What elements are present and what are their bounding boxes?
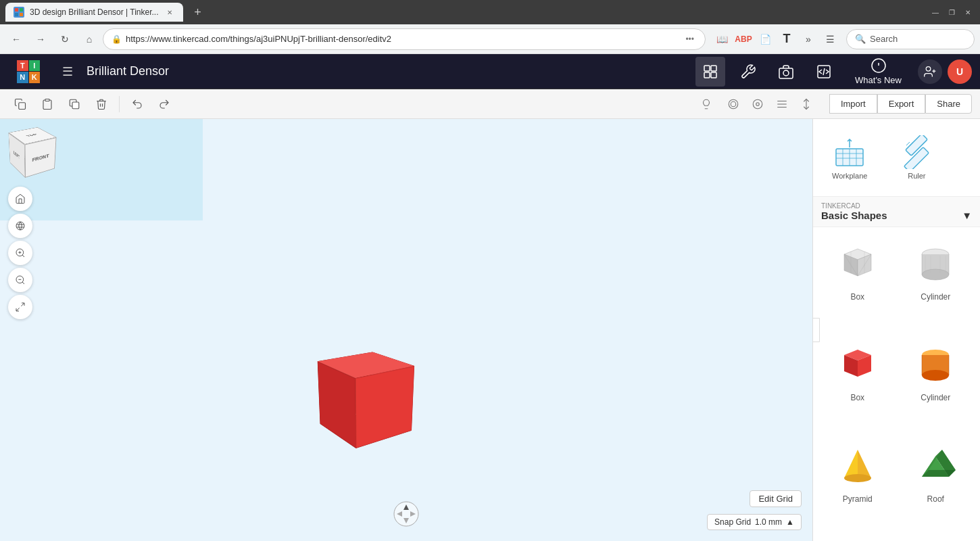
whats-new-button[interactable]: What's New xyxy=(847,55,910,88)
workplane-button[interactable]: Workplane xyxy=(824,130,875,185)
undo-button[interactable] xyxy=(125,92,149,116)
tab-close-button[interactable]: ✕ xyxy=(164,7,175,18)
main-area: TOP FRONT LEFT xyxy=(0,119,980,541)
workplane-label: Workplane xyxy=(832,172,867,180)
extensions-btn[interactable]: » xyxy=(800,31,816,47)
browser-tab[interactable]: 3D design Brilliant Densor | Tinker... ✕ xyxy=(5,3,183,22)
refresh-button[interactable]: ↻ xyxy=(54,28,76,50)
svg-point-71 xyxy=(16,222,24,230)
snap-grid-bar: Snap Grid 1.0 mm ▲ xyxy=(707,514,802,530)
camera-button[interactable] xyxy=(771,57,801,87)
delete-button[interactable] xyxy=(89,92,114,116)
logo-cell-t: T xyxy=(17,60,28,72)
duplicate-button[interactable] xyxy=(62,92,87,116)
whats-new-label: What's New xyxy=(855,75,902,85)
logo-cell-i: I xyxy=(29,60,41,72)
navigation-indicator xyxy=(393,500,420,530)
copy-button[interactable] xyxy=(8,92,32,116)
shape-item-pyramid[interactable]: Pyramid xyxy=(821,438,894,533)
export-button[interactable]: Export xyxy=(877,94,926,114)
shape-item-red-box[interactable]: Box xyxy=(821,336,894,431)
search-text: Search xyxy=(870,34,898,44)
browser-navbar: ← → ↻ ⌂ 🔒 https://www.tinkercad.com/thin… xyxy=(0,24,980,54)
shape-item-orange-cylinder[interactable]: Cylinder xyxy=(900,336,973,431)
zoom-in-button[interactable] xyxy=(8,241,32,265)
svg-rect-5 xyxy=(711,66,716,71)
svg-rect-2 xyxy=(15,13,18,16)
minimize-button[interactable]: — xyxy=(929,5,942,19)
import-button[interactable]: Import xyxy=(829,94,877,114)
svg-point-12 xyxy=(926,66,931,71)
new-tab-button[interactable]: + xyxy=(189,3,207,22)
build-view-button[interactable] xyxy=(733,57,763,87)
align-button[interactable] xyxy=(770,92,794,116)
reading-list-icon[interactable]: 📖 xyxy=(714,31,730,47)
collapse-panel-button[interactable]: › xyxy=(812,318,820,342)
browser-search-box[interactable]: 🔍 Search xyxy=(846,29,975,49)
view-cube[interactable]: TOP FRONT LEFT xyxy=(8,127,55,174)
user-avatar[interactable]: U xyxy=(948,60,972,84)
fit-view-button[interactable] xyxy=(8,295,32,319)
action-buttons: Import Export Share xyxy=(694,92,972,116)
home-view-button[interactable] xyxy=(8,187,32,211)
menu-dots-icon[interactable]: ☰ xyxy=(822,31,838,47)
main-toolbar: Import Export Share xyxy=(0,89,980,119)
mirror-button[interactable] xyxy=(745,92,770,116)
shape-item-gray-box[interactable]: Box xyxy=(821,235,894,331)
tinkercad-logo[interactable]: T I N K xyxy=(8,60,49,84)
svg-line-73 xyxy=(22,255,24,257)
shape-item-gray-cylinder[interactable]: Cylinder xyxy=(900,235,973,331)
svg-marker-119 xyxy=(858,450,871,478)
snap-grid-value: 1.0 mm xyxy=(755,517,782,527)
svg-point-115 xyxy=(922,370,949,381)
security-icon: 🔒 xyxy=(112,34,122,44)
edit-grid-button[interactable]: Edit Grid xyxy=(750,490,802,507)
svg-line-89 xyxy=(906,142,910,145)
paste-button[interactable] xyxy=(35,92,59,116)
ruler-button[interactable]: Ruler xyxy=(891,130,941,185)
roof-icon xyxy=(912,443,959,490)
redo-button[interactable] xyxy=(152,92,176,116)
hamburger-menu-button[interactable]: ☰ xyxy=(57,62,78,82)
flip-button[interactable] xyxy=(794,92,818,116)
svg-point-22 xyxy=(756,102,760,105)
adblock-icon[interactable]: ABP xyxy=(735,31,752,47)
view-cube-3d: TOP FRONT LEFT xyxy=(16,132,47,170)
shape-item-roof[interactable]: Roof xyxy=(900,438,973,533)
toolbar-separator-1 xyxy=(119,96,120,112)
view-cube-front[interactable]: FRONT xyxy=(24,137,56,178)
lightbulb-button[interactable] xyxy=(694,92,718,116)
roof-label: Roof xyxy=(927,494,944,504)
svg-rect-7 xyxy=(711,72,716,78)
project-title: Brilliant Densor xyxy=(87,64,169,78)
close-button[interactable]: ✕ xyxy=(961,5,975,19)
viewport[interactable]: TOP FRONT LEFT xyxy=(0,119,812,541)
left-controls xyxy=(8,187,32,319)
url-display: https://www.tinkercad.com/things/aj3uiPN… xyxy=(126,34,679,44)
share-button[interactable]: Share xyxy=(925,94,972,114)
bookmark-dots-icon[interactable]: ••• xyxy=(683,34,697,44)
add-user-button[interactable] xyxy=(918,60,942,84)
browser-titlebar: 3D design Brilliant Densor | Tinker... ✕… xyxy=(0,0,980,24)
3d-view-button[interactable] xyxy=(695,57,725,87)
shapes-grid: Box xyxy=(813,227,980,541)
codeblocks-button[interactable] xyxy=(809,57,839,87)
3d-box-object[interactable] xyxy=(318,349,412,444)
typography-icon[interactable]: T xyxy=(779,31,795,47)
orbit-button[interactable] xyxy=(8,214,32,238)
svg-point-9 xyxy=(783,70,789,76)
panel-top: Workplane Ruler xyxy=(813,119,980,197)
snap-grid-dropdown-icon[interactable]: ▲ xyxy=(786,517,794,527)
maximize-button[interactable]: ❐ xyxy=(945,5,958,19)
back-button[interactable]: ← xyxy=(5,28,27,50)
svg-point-21 xyxy=(753,99,762,109)
category-dropdown[interactable]: Tinkercad Basic Shapes ▼ xyxy=(813,197,980,227)
address-bar[interactable]: 🔒 https://www.tinkercad.com/things/aj3ui… xyxy=(103,28,706,50)
home-button[interactable]: ⌂ xyxy=(78,28,100,50)
browser-extensions: 📖 ABP 📄 T » ☰ xyxy=(708,31,843,47)
reader-mode-icon[interactable]: 📄 xyxy=(757,31,773,47)
forward-button[interactable]: → xyxy=(30,28,51,50)
select-shape-button[interactable] xyxy=(721,92,745,116)
zoom-out-button[interactable] xyxy=(8,268,32,292)
logo-cell-k: K xyxy=(29,72,41,83)
